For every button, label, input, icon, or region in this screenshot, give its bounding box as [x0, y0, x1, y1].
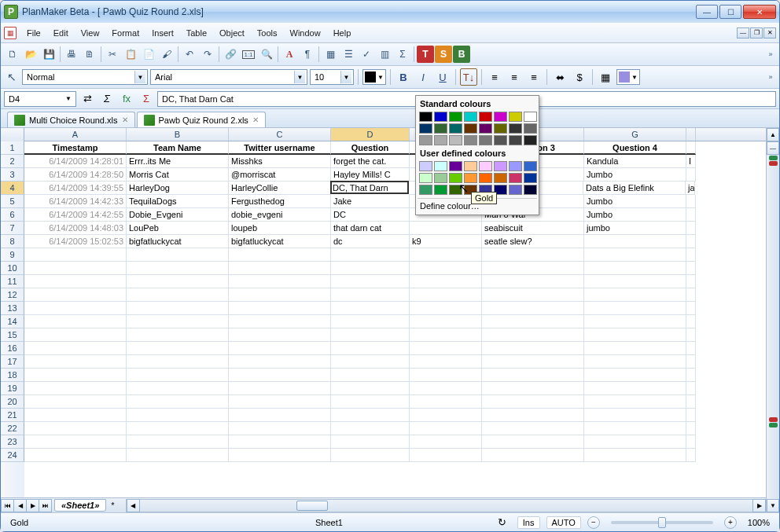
menu-view[interactable]: View: [75, 26, 105, 40]
calc-mode[interactable]: AUTO: [546, 516, 581, 529]
presentations-icon[interactable]: S: [435, 46, 452, 63]
color-swatch[interactable]: [464, 135, 477, 145]
data-cell[interactable]: [482, 355, 584, 369]
data-cell[interactable]: [686, 275, 696, 288]
data-cell[interactable]: @morriscat: [229, 168, 331, 182]
data-cell[interactable]: [331, 262, 410, 275]
color-swatch[interactable]: [494, 112, 507, 122]
color-swatch[interactable]: [434, 135, 447, 145]
data-cell[interactable]: [331, 328, 410, 342]
row-header[interactable]: 5: [1, 195, 24, 208]
row-header[interactable]: 7: [1, 222, 24, 235]
color-swatch[interactable]: [524, 123, 537, 134]
zoom-icon[interactable]: 🔍: [258, 46, 275, 63]
data-cell[interactable]: 6/14/2009 14:28:01: [24, 155, 127, 168]
column-header[interactable]: B: [127, 128, 229, 141]
row-header[interactable]: 11: [1, 275, 24, 288]
data-cell[interactable]: [229, 395, 331, 409]
data-cell[interactable]: [584, 449, 686, 462]
print-preview-icon[interactable]: 🗎: [81, 46, 98, 63]
data-cell[interactable]: [584, 435, 686, 449]
data-cell[interactable]: [482, 315, 584, 328]
format-painter-icon[interactable]: 🖌: [158, 46, 175, 63]
data-cell[interactable]: [24, 382, 127, 395]
color-swatch[interactable]: [479, 123, 492, 134]
columns-icon[interactable]: ▥: [376, 46, 393, 63]
data-cell[interactable]: [331, 369, 410, 382]
style-combo[interactable]: Normal ▼: [22, 69, 148, 85]
data-cell[interactable]: [24, 449, 127, 462]
menu-help[interactable]: Help: [328, 26, 357, 40]
data-cell[interactable]: [686, 222, 696, 235]
currency-button[interactable]: $: [571, 68, 588, 86]
recalc-icon[interactable]: ↻: [494, 514, 511, 531]
row-header[interactable]: 3: [1, 168, 24, 182]
color-swatch[interactable]: [509, 161, 522, 171]
data-cell[interactable]: LouPeb: [127, 222, 229, 235]
data-cell[interactable]: [482, 369, 584, 382]
data-cell[interactable]: [584, 409, 686, 422]
data-cell[interactable]: DC, That Darn: [330, 181, 409, 194]
data-cell[interactable]: [127, 248, 229, 262]
save-icon[interactable]: 💾: [40, 46, 57, 63]
zoom-out-button[interactable]: −: [587, 516, 600, 529]
scroll-down-button[interactable]: ▼: [767, 499, 779, 512]
row-header[interactable]: 10: [1, 262, 24, 275]
data-cell[interactable]: [410, 435, 482, 449]
name-box[interactable]: D4 ▼: [4, 91, 76, 107]
data-cell[interactable]: [229, 422, 331, 435]
data-cell[interactable]: 6/14/2009 14:42:55: [24, 208, 127, 222]
color-swatch[interactable]: [434, 112, 447, 122]
data-cell[interactable]: [229, 328, 331, 342]
font-color-button[interactable]: ▼: [362, 69, 386, 85]
data-cell[interactable]: [331, 355, 410, 369]
data-cell[interactable]: [229, 262, 331, 275]
data-cell[interactable]: [686, 235, 696, 248]
data-cell[interactable]: [482, 395, 584, 409]
zoom-slider[interactable]: [611, 521, 713, 524]
data-cell[interactable]: Jumbo: [584, 208, 686, 222]
data-cell[interactable]: [127, 262, 229, 275]
data-cell[interactable]: [584, 422, 686, 435]
redo-icon[interactable]: ↷: [199, 46, 216, 63]
data-cell[interactable]: [331, 288, 410, 302]
color-swatch[interactable]: [524, 185, 537, 195]
data-cell[interactable]: Errr..its Me: [127, 155, 229, 168]
data-cell[interactable]: [410, 422, 482, 435]
color-swatch[interactable]: [419, 173, 432, 183]
data-cell[interactable]: [331, 435, 410, 449]
data-cell[interactable]: [686, 382, 696, 395]
data-cell[interactable]: Jumbo: [584, 195, 686, 208]
column-heading-cell[interactable]: Question: [331, 141, 410, 155]
column-header[interactable]: [686, 128, 696, 141]
data-cell[interactable]: [482, 262, 584, 275]
minimize-button[interactable]: —: [696, 5, 718, 19]
color-swatch[interactable]: [494, 123, 507, 134]
data-cell[interactable]: [410, 248, 482, 262]
underline-button[interactable]: U: [434, 68, 451, 86]
data-cell[interactable]: 6/14/2009 14:48:03: [24, 222, 127, 235]
data-cell[interactable]: [482, 342, 584, 355]
data-cell[interactable]: [127, 288, 229, 302]
open-icon[interactable]: 📂: [22, 46, 39, 63]
maximize-button[interactable]: ☐: [719, 5, 741, 19]
column-header[interactable]: A: [24, 128, 127, 141]
data-cell[interactable]: [24, 275, 127, 288]
menu-object[interactable]: Object: [214, 26, 250, 40]
data-cell[interactable]: I: [686, 155, 696, 168]
data-cell[interactable]: [24, 342, 127, 355]
scroll-right-button[interactable]: ▶: [752, 499, 766, 512]
basicmaker-icon[interactable]: B: [453, 46, 470, 63]
data-cell[interactable]: [331, 382, 410, 395]
close-button[interactable]: ✕: [743, 5, 776, 19]
data-cell[interactable]: Morris Cat: [127, 168, 229, 182]
color-swatch[interactable]: [419, 123, 432, 134]
menu-window[interactable]: Window: [285, 26, 326, 40]
data-cell[interactable]: [584, 328, 686, 342]
data-cell[interactable]: [584, 288, 686, 302]
data-cell[interactable]: [229, 435, 331, 449]
data-cell[interactable]: [482, 435, 584, 449]
data-cell[interactable]: [584, 315, 686, 328]
data-cell[interactable]: [584, 275, 686, 288]
data-cell[interactable]: [410, 409, 482, 422]
